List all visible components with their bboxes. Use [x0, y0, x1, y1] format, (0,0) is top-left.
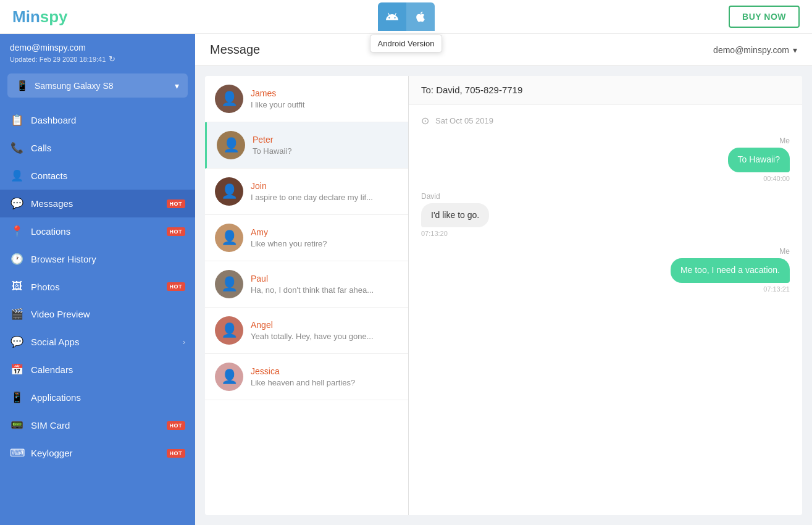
- contact-name-james: James: [251, 88, 398, 98]
- date-divider: ⊙ Sat Oct 05 2019: [421, 115, 790, 127]
- sidebar-item-sim-card[interactable]: 📟 SIM Card HOT: [0, 411, 195, 439]
- date-divider-icon[interactable]: ⊙: [421, 115, 429, 127]
- contact-avatar-peter: 👤: [217, 131, 245, 159]
- message-msg2: David I'd like to go. 07:13:20: [421, 192, 489, 238]
- ios-tab[interactable]: [406, 2, 435, 31]
- content-user-arrow: ▾: [793, 45, 797, 55]
- message-sender-msg2: David: [421, 192, 440, 201]
- sidebar-label-dashboard: Dashboard: [31, 115, 185, 125]
- photos-icon: 🖼: [10, 280, 23, 293]
- device-icon: 📱: [16, 80, 28, 91]
- contact-name-amy: Amy: [251, 227, 398, 237]
- page-title: Message: [210, 43, 260, 57]
- message-bubble-msg2: I'd like to go.: [421, 203, 489, 228]
- sidebar-item-dashboard[interactable]: 📋 Dashboard: [0, 106, 195, 134]
- chat-to: To: David, 705-829-7719: [421, 85, 522, 95]
- contact-item-james[interactable]: 👤 James I like your outfit: [205, 76, 408, 122]
- contact-info-jessica: Jessica Like heaven and hell parties?: [251, 366, 398, 387]
- contact-avatar-james: 👤: [215, 85, 243, 113]
- android-tab[interactable]: [378, 2, 406, 31]
- contact-name-jessica: Jessica: [251, 366, 398, 376]
- contact-info-peter: Peter To Hawaii?: [253, 135, 398, 156]
- message-time-msg3: 07:13:21: [763, 285, 790, 293]
- sidebar-label-calls: Calls: [31, 143, 185, 153]
- sim-card-icon: 📟: [10, 419, 23, 432]
- logo-min: Min: [12, 7, 40, 26]
- sidebar-item-keylogger[interactable]: ⌨ Keylogger HOT: [0, 439, 195, 467]
- sidebar-label-calendars: Calendars: [31, 364, 185, 375]
- hot-badge-photos: HOT: [167, 282, 186, 291]
- chat-messages: ⊙ Sat Oct 05 2019 Me To Hawaii? 00:40:00…: [409, 105, 802, 515]
- message-sender-msg3: Me: [779, 247, 790, 256]
- sidebar-item-messages[interactable]: 💬 Messages HOT: [0, 190, 195, 217]
- message-sender-msg1: Me: [779, 136, 790, 145]
- sidebar-label-photos: Photos: [31, 282, 159, 292]
- buy-now-button[interactable]: BUY NOW: [729, 6, 800, 28]
- hot-badge-messages: HOT: [167, 200, 186, 208]
- chat-header: To: David, 705-829-7719: [409, 76, 802, 105]
- contact-info-amy: Amy Like when you retire?: [251, 227, 398, 248]
- sidebar-item-browser-history[interactable]: 🕐 Browser History: [0, 245, 195, 273]
- sidebar-item-social-apps[interactable]: 💬 Social Apps ›: [0, 328, 195, 356]
- sidebar-label-video-preview: Video Preview: [31, 309, 185, 319]
- contact-avatar-jessica: 👤: [215, 363, 243, 391]
- contact-item-amy[interactable]: 👤 Amy Like when you retire?: [205, 215, 408, 261]
- keylogger-icon: ⌨: [10, 447, 23, 460]
- sidebar-updated: Updated: Feb 29 2020 18:19:41 ↻: [10, 54, 185, 64]
- contact-info-angel: Angel Yeah totally. Hey, have you gone..…: [251, 320, 398, 341]
- date-divider-label: Sat Oct 05 2019: [435, 116, 493, 125]
- contact-name-join: Join: [251, 181, 398, 191]
- hot-badge-locations: HOT: [167, 227, 186, 236]
- applications-icon: 📱: [10, 391, 23, 404]
- sidebar-item-locations[interactable]: 📍 Locations HOT: [0, 217, 195, 245]
- contact-info-join: Join I aspire to one day declare my lif.…: [251, 181, 398, 202]
- calls-icon: 📞: [10, 141, 23, 154]
- content-area: Message demo@minspy.com ▾ 👤 James I like…: [195, 34, 812, 525]
- contact-avatar-paul: 👤: [215, 270, 243, 298]
- sidebar-device[interactable]: 📱 Samsung Galaxy S8 ▾: [7, 74, 188, 98]
- contact-avatar-amy: 👤: [215, 224, 243, 252]
- sidebar-item-applications[interactable]: 📱 Applications: [0, 384, 195, 411]
- dashboard-icon: 📋: [10, 114, 23, 127]
- hot-badge-sim-card: HOT: [167, 421, 186, 430]
- contact-info-paul: Paul Ha, no, I don't think that far ahea…: [251, 274, 398, 295]
- device-name: Samsung Galaxy S8: [35, 81, 114, 91]
- sidebar-item-video-preview[interactable]: 🎬 Video Preview: [0, 300, 195, 328]
- contact-item-angel[interactable]: 👤 Angel Yeah totally. Hey, have you gone…: [205, 308, 408, 354]
- sidebar-label-applications: Applications: [31, 392, 185, 403]
- contact-preview-paul: Ha, no, I don't think that far ahea...: [251, 285, 398, 295]
- message-msg3: Me Me too, I need a vacation. 07:13:21: [671, 247, 790, 293]
- contact-preview-join: I aspire to one day declare my lif...: [251, 193, 398, 202]
- sidebar-label-locations: Locations: [31, 226, 159, 237]
- sidebar-item-calendars[interactable]: 📅 Calendars: [0, 356, 195, 384]
- header-center: Android Version: [378, 2, 435, 31]
- content-user[interactable]: demo@minspy.com ▾: [713, 45, 797, 55]
- sidebar-label-keylogger: Keylogger: [31, 448, 159, 458]
- contact-preview-jessica: Like heaven and hell parties?: [251, 378, 398, 387]
- device-dropdown-arrow: ▾: [175, 81, 179, 91]
- sidebar-label-social-apps: Social Apps: [31, 337, 175, 347]
- sidebar-label-contacts: Contacts: [31, 170, 185, 181]
- contact-item-jessica[interactable]: 👤 Jessica Like heaven and hell parties?: [205, 354, 408, 400]
- contacts-icon: 👤: [10, 169, 23, 182]
- contact-preview-amy: Like when you retire?: [251, 239, 398, 248]
- sidebar-email: demo@minspy.com: [10, 43, 185, 52]
- contact-preview-james: I like your outfit: [251, 100, 398, 109]
- sidebar-label-sim-card: SIM Card: [31, 420, 159, 430]
- sidebar-user: demo@minspy.com Updated: Feb 29 2020 18:…: [0, 34, 195, 70]
- contact-avatar-angel: 👤: [215, 316, 243, 345]
- sidebar-item-contacts[interactable]: 👤 Contacts: [0, 162, 195, 190]
- sidebar-item-photos[interactable]: 🖼 Photos HOT: [0, 273, 195, 300]
- sidebar-item-calls[interactable]: 📞 Calls: [0, 134, 195, 162]
- contact-item-peter[interactable]: 👤 Peter To Hawaii?: [205, 122, 408, 169]
- hot-badge-keylogger: HOT: [167, 449, 186, 458]
- video-preview-icon: 🎬: [10, 308, 23, 321]
- message-container: 👤 James I like your outfit 👤 Peter To Ha…: [195, 66, 812, 525]
- contact-item-join[interactable]: 👤 Join I aspire to one day declare my li…: [205, 169, 408, 215]
- contact-item-paul[interactable]: 👤 Paul Ha, no, I don't think that far ah…: [205, 261, 408, 308]
- content-header: Message demo@minspy.com ▾: [195, 34, 812, 66]
- refresh-icon[interactable]: ↻: [109, 54, 115, 64]
- sidebar-label-messages: Messages: [31, 198, 159, 209]
- contact-name-peter: Peter: [253, 135, 398, 145]
- content-user-email: demo@minspy.com: [713, 45, 789, 55]
